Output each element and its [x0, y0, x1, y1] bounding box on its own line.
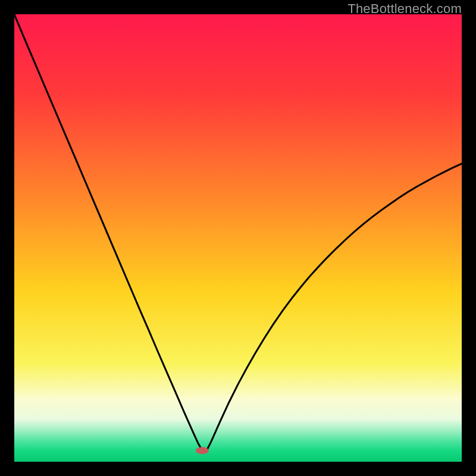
- optimum-marker: [196, 447, 209, 454]
- chart-frame: TheBottleneck.com: [0, 0, 476, 476]
- gradient-background: [14, 14, 462, 462]
- plot-area: [14, 14, 462, 462]
- bottleneck-chart: [14, 14, 462, 462]
